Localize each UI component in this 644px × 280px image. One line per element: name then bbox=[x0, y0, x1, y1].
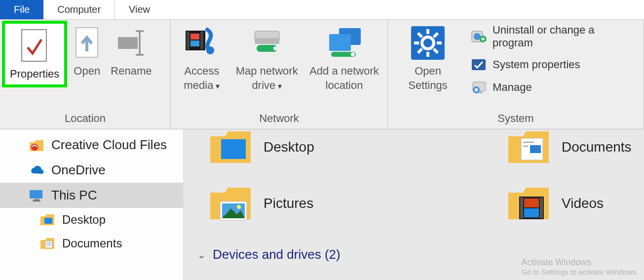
svg-rect-7 bbox=[187, 32, 189, 49]
svg-point-11 bbox=[206, 46, 214, 54]
svg-rect-58 bbox=[524, 199, 539, 207]
map-network-drive-button[interactable]: Map network drive bbox=[230, 21, 303, 92]
ribbon-group-location: Properties Open bbox=[0, 20, 171, 129]
uninstall-label: Uninstall or change a program bbox=[492, 24, 637, 49]
uninstall-icon bbox=[471, 29, 488, 44]
svg-rect-56 bbox=[520, 198, 523, 218]
svg-rect-40 bbox=[34, 199, 39, 200]
videos-large-icon bbox=[506, 184, 551, 223]
ribbon-group-network: Access media Map network drive bbox=[171, 20, 388, 129]
manage-button[interactable]: Manage bbox=[471, 80, 637, 95]
access-media-button[interactable]: Access media bbox=[173, 21, 230, 92]
open-settings-button[interactable]: Open Settings bbox=[390, 21, 466, 92]
desktop-folder-icon bbox=[39, 213, 55, 227]
chevron-down-icon: ⌄ bbox=[197, 249, 206, 261]
open-button[interactable]: Open bbox=[67, 21, 107, 79]
properties-icon bbox=[20, 29, 49, 63]
open-label: Open bbox=[74, 64, 100, 79]
access-media-label: Access media bbox=[177, 64, 227, 92]
group-label-system: System bbox=[390, 109, 642, 129]
open-icon bbox=[73, 26, 101, 60]
sidebar-label-thispc: This PC bbox=[51, 188, 97, 203]
sidebar-label-documents: Documents bbox=[62, 237, 122, 250]
sidebar-item-documents[interactable]: Documents bbox=[0, 232, 183, 255]
pictures-large-icon bbox=[208, 184, 253, 223]
open-settings-label: Open Settings bbox=[394, 64, 462, 92]
documents-large-icon bbox=[506, 127, 551, 167]
ribbon-group-system: Open Settings Uninstall or change a prog… bbox=[388, 20, 644, 129]
svg-point-54 bbox=[237, 205, 241, 209]
folder-documents-label: Documents bbox=[562, 139, 632, 155]
sidebar-item-onedrive[interactable]: OneDrive bbox=[0, 158, 183, 183]
group-label-network: Network bbox=[173, 109, 385, 129]
manage-icon bbox=[471, 80, 488, 95]
svg-rect-43 bbox=[45, 241, 52, 248]
svg-point-19 bbox=[351, 52, 355, 56]
svg-rect-59 bbox=[524, 208, 539, 217]
svg-rect-17 bbox=[329, 34, 351, 51]
tab-computer[interactable]: Computer bbox=[43, 0, 115, 19]
add-network-icon bbox=[324, 27, 364, 59]
sidebar-label-onedrive: OneDrive bbox=[51, 162, 106, 178]
svg-rect-37 bbox=[475, 88, 478, 91]
system-properties-button[interactable]: System properties bbox=[471, 57, 637, 72]
rename-icon bbox=[114, 28, 149, 58]
svg-rect-13 bbox=[255, 38, 279, 44]
svg-rect-8 bbox=[200, 32, 203, 49]
documents-folder-icon bbox=[39, 237, 55, 250]
folder-documents[interactable]: Documents bbox=[506, 127, 632, 167]
devices-header-label: Devices and drives (2) bbox=[213, 247, 341, 262]
svg-rect-41 bbox=[33, 200, 40, 201]
map-drive-label: Map network drive bbox=[234, 64, 299, 92]
uninstall-program-button[interactable]: Uninstall or change a program bbox=[471, 24, 637, 49]
system-properties-label: System properties bbox=[492, 58, 580, 71]
folder-pictures[interactable]: Pictures bbox=[208, 184, 313, 223]
navigation-sidebar: Creative Cloud Files OneDrive This PC De… bbox=[0, 129, 184, 280]
svg-rect-10 bbox=[190, 40, 199, 46]
svg-rect-46 bbox=[221, 139, 246, 159]
tab-view[interactable]: View bbox=[115, 0, 164, 19]
ribbon: Properties Open bbox=[0, 20, 644, 129]
add-network-label: Add a network location bbox=[307, 64, 381, 92]
sidebar-item-creative-cloud[interactable]: Creative Cloud Files bbox=[0, 132, 183, 158]
svg-point-31 bbox=[474, 33, 481, 40]
svg-rect-42 bbox=[44, 218, 52, 224]
group-label-location: Location bbox=[2, 109, 168, 129]
ribbon-tabs: File Computer View bbox=[0, 0, 644, 20]
properties-label: Properties bbox=[10, 67, 59, 81]
svg-rect-2 bbox=[118, 37, 138, 49]
media-icon bbox=[185, 27, 219, 59]
creative-cloud-icon bbox=[29, 138, 44, 152]
devices-and-drives-header[interactable]: ⌄ Devices and drives (2) bbox=[197, 247, 341, 262]
sidebar-label-cc: Creative Cloud Files bbox=[51, 137, 167, 153]
this-pc-icon bbox=[29, 189, 44, 202]
rename-label: Rename bbox=[111, 64, 152, 79]
folder-pictures-label: Pictures bbox=[264, 196, 313, 211]
sidebar-item-desktop[interactable]: Desktop bbox=[0, 208, 183, 232]
settings-gear-icon bbox=[410, 25, 446, 61]
sidebar-label-desktop: Desktop bbox=[62, 213, 106, 227]
tab-file[interactable]: File bbox=[0, 0, 43, 19]
svg-point-15 bbox=[273, 46, 277, 50]
folder-videos[interactable]: Videos bbox=[506, 184, 604, 223]
folder-videos-label: Videos bbox=[562, 196, 604, 211]
folder-desktop-label: Desktop bbox=[264, 139, 314, 155]
system-properties-icon bbox=[471, 57, 488, 72]
properties-button[interactable]: Properties bbox=[2, 21, 67, 87]
rename-button[interactable]: Rename bbox=[107, 21, 155, 79]
folder-desktop[interactable]: Desktop bbox=[208, 127, 314, 167]
onedrive-icon bbox=[29, 163, 44, 177]
desktop-large-icon bbox=[208, 127, 253, 167]
svg-rect-0 bbox=[22, 30, 46, 61]
svg-rect-33 bbox=[472, 59, 486, 70]
sidebar-item-this-pc[interactable]: This PC bbox=[0, 183, 183, 208]
svg-rect-39 bbox=[30, 190, 42, 199]
add-network-location-button[interactable]: Add a network location bbox=[303, 21, 385, 92]
network-drive-icon bbox=[250, 28, 284, 58]
svg-rect-48 bbox=[530, 145, 541, 153]
svg-rect-9 bbox=[190, 34, 199, 40]
svg-rect-57 bbox=[540, 198, 543, 218]
manage-label: Manage bbox=[492, 81, 532, 94]
